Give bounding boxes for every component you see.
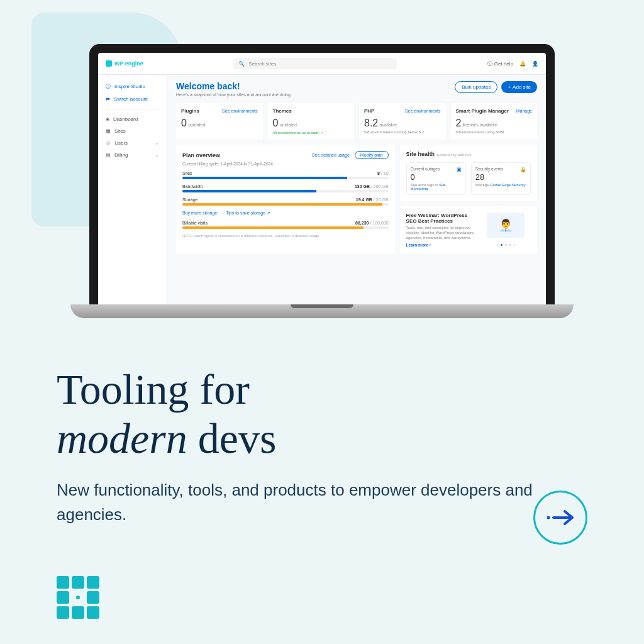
welcome-subtitle: Here's a snapshot of how your sites and … (176, 92, 292, 97)
modify-plan-button[interactable]: Modify plan (355, 151, 389, 159)
chevron-right-icon[interactable]: › (514, 243, 515, 247)
dashboard-app: WP engine 🔍 Search sites ⓘ Get help 🔔 👤 (98, 53, 546, 304)
plus-icon: + (508, 84, 511, 90)
sidebar-item-dashboard[interactable]: ◈ Dashboard (103, 113, 162, 125)
bulk-updates-button[interactable]: Bulk updates (455, 81, 497, 93)
hero-subtitle: New functionality, tools, and products t… (57, 478, 587, 527)
sidebar-item-sites[interactable]: ▦ Sites (103, 125, 162, 137)
plan-overview-card: Plan overview See detailed usage Modify … (176, 145, 395, 253)
next-arrow-button[interactable] (533, 491, 587, 545)
sidebar-item-users[interactable]: ☺ Users ⌄ (103, 137, 162, 149)
stat-themes: Themes 0 outdated All environments up to… (268, 103, 355, 140)
monitor-icon: ▣ (457, 167, 462, 172)
main-content: Welcome back! Here's a snapshot of how y… (167, 75, 546, 304)
php-env-link[interactable]: See environments (405, 109, 440, 113)
svg-point-0 (547, 516, 550, 519)
sidebar: ⓘ Inspire Studio ⇄ Switch account ◈ Dash… (98, 75, 167, 304)
help-icon: ⓘ (487, 60, 492, 67)
laptop-mockup: WP engine 🔍 Search sites ⓘ Get help 🔔 👤 (89, 44, 555, 318)
app-header: WP engine 🔍 Search sites ⓘ Get help 🔔 👤 (98, 53, 546, 75)
chevron-down-icon: ⌄ (155, 140, 159, 146)
webinar-learn-more[interactable]: Learn more › (406, 243, 476, 247)
site-health-card: Site health powered by add-ons Current o… (400, 145, 537, 201)
add-site-button[interactable]: + Add site (501, 81, 537, 93)
stat-spm: Smart Plugin Manager Manage 2 licenses a… (451, 103, 538, 140)
metric-visits: Billable visits88,230 / 100,000 (182, 221, 389, 229)
detailed-usage-link[interactable]: See detailed usage (312, 153, 350, 157)
bell-icon[interactable]: 🔔 (519, 61, 526, 67)
spm-manage-link[interactable]: Manage (516, 109, 532, 113)
welcome-title: Welcome back! (176, 81, 292, 91)
sidebar-switch-account[interactable]: ⇄ Switch account (103, 93, 162, 105)
dashboard-icon: ◈ (106, 116, 109, 122)
billing-icon: ▤ (106, 152, 111, 158)
users-icon: ☺ (106, 140, 111, 146)
lock-icon: 🔒 (520, 167, 526, 172)
metric-storage: Storage19.4 GB / 20 GB (182, 197, 389, 206)
metric-bandwidth: Bandwidth130 GB / 200 GB (182, 184, 389, 192)
sidebar-item-billing[interactable]: ▤ Billing ⌄ (103, 149, 162, 161)
switch-icon: ⇄ (106, 96, 110, 102)
brand-icon (57, 576, 99, 619)
logo-icon (106, 60, 112, 67)
carousel-dots[interactable]: ‹ › (497, 243, 516, 247)
storage-tips-link[interactable]: Tips to save storage ↗ (226, 211, 270, 216)
sites-icon: ▦ (106, 128, 111, 134)
metric-sites: Sites8 / 10 (182, 171, 389, 179)
search-input[interactable]: 🔍 Search sites (233, 58, 397, 69)
chevron-down-icon: ⌄ (155, 152, 159, 158)
arrow-right-icon (546, 508, 575, 527)
health-security: Security events 28 Manage Global Edge Se… (471, 162, 531, 195)
logo[interactable]: WP engine (106, 60, 143, 67)
health-outages: Current outages 0 See error logs in Site… (406, 162, 466, 195)
avatar[interactable]: 👤 (532, 61, 538, 67)
hero-section: Tooling for modern devs New functionalit… (57, 365, 587, 527)
stat-php: PHP See environments 8.2 available 5/8 e… (359, 103, 446, 140)
webinar-illustration: 👨‍💼 (487, 213, 525, 238)
buy-storage-link[interactable]: Buy more storage (182, 211, 217, 216)
hero-title: Tooling for modern devs (57, 365, 587, 463)
chevron-left-icon[interactable]: ‹ (497, 243, 498, 247)
get-help-link[interactable]: ⓘ Get help (487, 60, 513, 67)
sidebar-account[interactable]: ⓘ Inspire Studio (103, 80, 162, 93)
search-placeholder: Search sites (248, 61, 276, 67)
plugins-env-link[interactable]: See environments (222, 109, 257, 113)
info-icon: ⓘ (106, 83, 111, 90)
search-icon: 🔍 (238, 61, 245, 67)
webinar-card: Free Webinar: WordPress SEO Best Practic… (400, 206, 537, 253)
logo-text: WP engine (114, 60, 143, 67)
stat-plugins: Plugins See environments 0 outdated (176, 103, 263, 140)
external-icon: ↗ (267, 211, 270, 215)
edge-security-link[interactable]: Global Edge Security (490, 183, 525, 187)
